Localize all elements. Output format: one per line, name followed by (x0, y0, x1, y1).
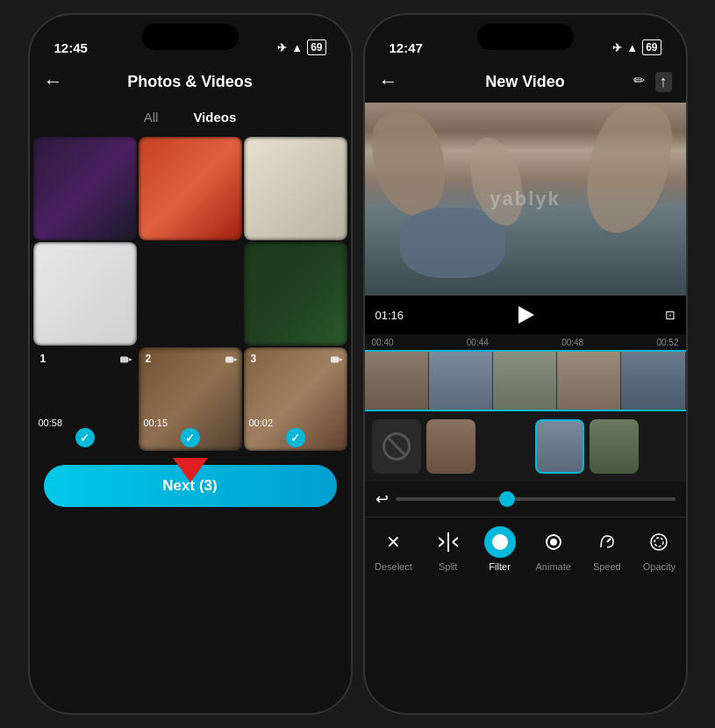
filter-tabs: All Videos (30, 103, 351, 137)
airplane-icon-2: ✈ (612, 41, 622, 54)
toolbar: ✕ Deselect Split (365, 517, 686, 587)
timeline-frame-1 (365, 352, 429, 410)
timeline-strip[interactable] (365, 350, 686, 411)
svg-rect-0 (120, 357, 128, 363)
grid-cell-5[interactable] (139, 242, 242, 346)
slider-thumb[interactable] (499, 491, 515, 507)
svg-line-9 (453, 538, 458, 542)
wifi-icon-2: ▲ (626, 41, 638, 54)
time-2: 12:47 (390, 40, 423, 55)
play-button[interactable] (513, 303, 538, 327)
playback-bar: 01:16 ⊡ (365, 296, 686, 334)
svg-point-11 (492, 534, 508, 550)
nav-bar-1: ← Photos & Videos (30, 61, 351, 103)
clip-no-video[interactable] (372, 419, 421, 474)
page-title-1: Photos & Videos (127, 73, 253, 91)
timeline-frame-4 (557, 352, 621, 410)
content-2: yablyk 01:16 ⊡ 00:40 00:44 00:48 00:52 (365, 103, 686, 587)
fullscreen-icon[interactable]: ⊡ (665, 308, 676, 322)
video-icon-2 (225, 352, 238, 368)
tool-deselect[interactable]: ✕ Deselect (375, 526, 412, 572)
opacity-label: Opacity (643, 561, 676, 572)
no-video-icon (383, 432, 411, 460)
check-1 (75, 428, 95, 447)
clip-thumb-4[interactable] (590, 419, 639, 474)
deselect-label: Deselect (375, 561, 412, 572)
svg-marker-3 (233, 358, 238, 361)
speed-label: Speed (593, 561, 621, 572)
tool-split[interactable]: Split (433, 526, 464, 572)
tool-filter[interactable]: Filter (484, 526, 516, 572)
slider-row: ↩ (365, 482, 686, 517)
grid-cell-1[interactable] (33, 137, 137, 240)
video-preview: yablyk (365, 103, 686, 296)
share-icon[interactable]: ↑ (655, 72, 672, 92)
undo-button[interactable]: ↩ (375, 489, 389, 509)
tool-opacity[interactable]: Opacity (643, 526, 676, 572)
animate-icon (538, 526, 569, 558)
nav-right-2: ✏ ↑ (633, 72, 672, 92)
ruler-00-44: 00:44 (467, 338, 489, 347)
back-button-2[interactable]: ← (379, 70, 398, 93)
duration-1: 00:58 (39, 418, 63, 428)
grid-cell-7[interactable]: 1 00:58 (33, 347, 137, 451)
tool-speed[interactable]: Speed (591, 526, 623, 572)
timeline-frame-5 (621, 352, 685, 410)
selection-num-2: 2 (146, 353, 152, 365)
phone-2: 12:47 ✈ ▲ 69 ← New Video ✏ ↑ (363, 13, 688, 715)
slider-track[interactable] (396, 497, 676, 501)
grid-cell-3[interactable] (244, 137, 347, 240)
content-1: All Videos (30, 103, 351, 528)
status-icons-2: ✈ ▲ 69 (612, 39, 661, 55)
time-1: 12:45 (54, 40, 88, 55)
grid-cell-9[interactable]: 3 00:02 (244, 347, 347, 451)
svg-rect-2 (225, 357, 233, 363)
filter-label: Filter (489, 561, 510, 572)
svg-point-16 (654, 538, 663, 546)
nav-bar-2: ← New Video ✏ ↑ (365, 61, 686, 103)
dynamic-island-1 (142, 24, 239, 50)
check-2 (181, 428, 200, 447)
svg-point-15 (651, 534, 667, 550)
svg-rect-4 (331, 357, 339, 363)
animate-label: Animate (536, 561, 571, 572)
battery-icon: 69 (307, 39, 325, 55)
duration-2: 00:15 (144, 418, 168, 428)
svg-marker-5 (339, 358, 343, 361)
photo-grid: 1 00:58 2 (30, 137, 351, 451)
clip-thumb-1[interactable] (426, 419, 475, 474)
grid-cell-6[interactable] (244, 242, 347, 346)
arrow-head (173, 458, 208, 482)
ruler-00-40: 00:40 (372, 338, 394, 347)
filter-icon (484, 526, 516, 558)
split-label: Split (439, 561, 457, 572)
battery-icon-2: 69 (642, 39, 661, 55)
grid-cell-2[interactable] (139, 137, 242, 240)
grid-cell-4[interactable] (33, 242, 137, 346)
tab-all[interactable]: All (126, 106, 176, 128)
svg-line-10 (453, 542, 458, 546)
tab-videos[interactable]: Videos (175, 106, 254, 128)
ruler-00-48: 00:48 (561, 338, 583, 347)
tool-animate[interactable]: Animate (536, 526, 571, 572)
edit-icon[interactable]: ✏ (633, 72, 645, 92)
svg-marker-1 (128, 358, 132, 361)
deselect-icon: ✕ (377, 526, 409, 558)
timecode: 01:16 (375, 309, 404, 322)
airplane-icon: ✈ (277, 41, 287, 54)
play-triangle-icon (518, 306, 534, 324)
opacity-icon (643, 526, 675, 558)
back-button-1[interactable]: ← (44, 70, 63, 93)
page-title-2: New Video (485, 73, 565, 91)
clip-thumb-2[interactable] (481, 419, 530, 474)
speed-icon (591, 526, 623, 558)
status-icons-1: ✈ ▲ 69 (277, 39, 325, 55)
split-icon (433, 526, 464, 558)
timeline-frame-2 (429, 352, 493, 410)
grid-cell-8[interactable]: 2 00:15 (139, 347, 242, 451)
phone-1: 12:45 ✈ ▲ 69 ← Photos & Videos All Video… (28, 13, 353, 715)
wifi-icon: ▲ (291, 41, 303, 54)
clip-thumb-3[interactable] (535, 419, 584, 474)
svg-line-8 (439, 542, 444, 546)
bottom-section: Next (3) (30, 451, 351, 528)
